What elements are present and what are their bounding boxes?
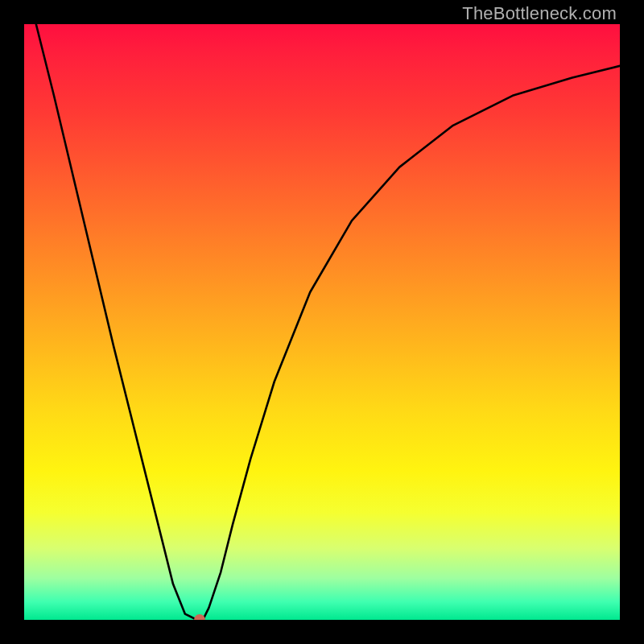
- chart-frame: [0, 0, 644, 644]
- watermark-text: TheBottleneck.com: [462, 3, 617, 24]
